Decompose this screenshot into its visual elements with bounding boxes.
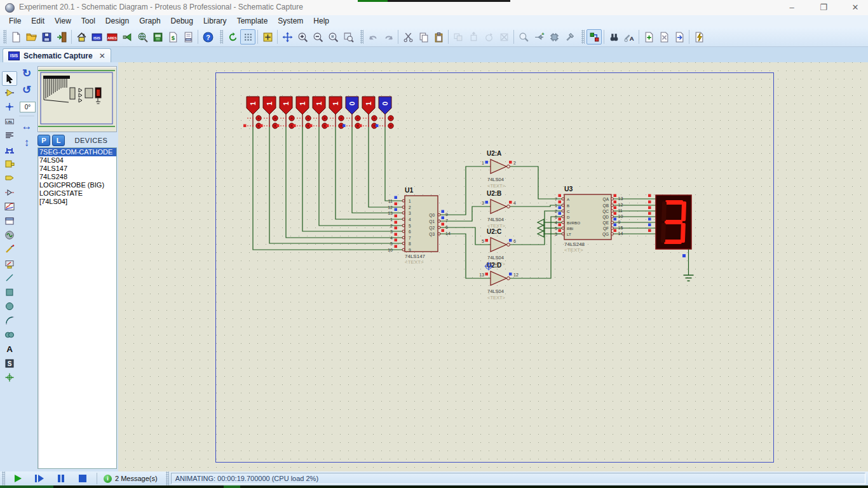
menu-graph[interactable]: Graph	[134, 15, 165, 27]
cleanup-icon[interactable]	[562, 29, 577, 44]
zoom-out-icon[interactable]	[310, 29, 325, 44]
popup-mode-icon[interactable]	[2, 214, 17, 228]
script-mode-icon[interactable]	[2, 128, 17, 143]
exit-sheet-icon[interactable]	[672, 29, 687, 44]
help-icon[interactable]: ?	[200, 29, 215, 44]
zoom-all-icon[interactable]	[325, 29, 341, 44]
component-mode-icon[interactable]	[2, 85, 17, 100]
bus-mode-icon[interactable]	[2, 142, 17, 157]
device-item[interactable]: [74LS04]	[38, 198, 116, 206]
graph-mode-icon[interactable]	[2, 200, 17, 214]
selection-mode-icon[interactable]	[2, 71, 17, 86]
schematic-drawing[interactable]: 111111010U174LS147<TEXT>1111221331425364…	[118, 62, 868, 471]
zoom-in-icon[interactable]	[295, 29, 310, 44]
tab-schematic-capture[interactable]: ISIS Schematic Capture ✕	[3, 48, 111, 62]
logic-state-3[interactable]: 1	[276, 97, 294, 128]
flip-vertical-icon[interactable]: ↕	[20, 136, 34, 150]
device-item[interactable]: 74LS04	[38, 156, 116, 165]
wire-logicstate-9[interactable]	[385, 127, 402, 201]
junction-mode-icon[interactable]	[2, 100, 17, 114]
pause-button[interactable]	[53, 473, 69, 484]
cut-icon[interactable]	[400, 29, 416, 44]
menu-design[interactable]: Design	[100, 15, 134, 27]
schematic-overview-pane[interactable]	[37, 66, 117, 132]
wire-inv3-u3[interactable]	[510, 217, 562, 278]
grid-toggle-icon[interactable]	[240, 29, 255, 44]
schematic-editor-canvas[interactable]: 111111010U174LS147<TEXT>1111221331425364…	[118, 62, 868, 471]
new-file-icon[interactable]	[8, 29, 24, 44]
pin-mode-icon[interactable]	[2, 185, 17, 200]
ares-icon[interactable]: ARES	[104, 29, 119, 44]
terminal-mode-icon[interactable]	[2, 171, 17, 186]
text-2d-icon[interactable]: A	[2, 342, 17, 356]
wire[interactable]	[510, 166, 562, 199]
bill-of-materials-icon[interactable]: $	[165, 29, 180, 44]
paste-icon[interactable]	[431, 29, 446, 44]
close-button[interactable]: ✕	[843, 0, 868, 15]
block-move-icon[interactable]	[466, 29, 481, 44]
copy-icon[interactable]	[416, 29, 431, 44]
logic-state-1[interactable]: 1	[243, 97, 261, 128]
rotate-anticlockwise-icon[interactable]: ↺	[20, 83, 34, 97]
wire-logicstate-7[interactable]	[352, 127, 402, 213]
logic-state-5[interactable]: 1	[309, 97, 327, 128]
box-2d-icon[interactable]	[2, 285, 17, 299]
marker-2d-icon[interactable]	[2, 370, 17, 384]
logic-state-6[interactable]: 1	[326, 97, 344, 128]
device-item[interactable]: 74LS147	[38, 165, 116, 173]
library-manager-button[interactable]: L	[52, 135, 65, 146]
remove-sheet-icon[interactable]	[656, 29, 672, 44]
menu-file[interactable]: File	[4, 15, 26, 27]
origin-icon[interactable]	[260, 29, 275, 44]
goto-component-icon[interactable]	[516, 29, 531, 44]
info-icon[interactable]: i	[104, 475, 112, 483]
circle-2d-icon[interactable]	[2, 299, 17, 313]
component-u2d[interactable]: U2:D74LS04<TEXT>1312	[479, 262, 519, 301]
home-icon[interactable]	[74, 29, 89, 44]
subcircuit-mode-icon[interactable]	[2, 156, 17, 171]
wire-inv0-u3[interactable]	[510, 166, 562, 199]
menu-help[interactable]: Help	[308, 15, 334, 27]
search-components-icon[interactable]	[606, 29, 621, 44]
save-file-icon[interactable]	[39, 29, 54, 44]
device-list[interactable]: 7SEG-COM-CATHODE74LS0474LS14774LS248LOGI…	[37, 147, 117, 469]
decompose-icon[interactable]	[546, 29, 562, 44]
stop-button[interactable]	[74, 473, 91, 484]
view-3d-icon[interactable]	[119, 29, 135, 44]
erc-icon[interactable]	[691, 29, 707, 44]
minimize-button[interactable]: –	[779, 0, 804, 15]
logic-state-9[interactable]: 0	[376, 97, 393, 128]
generator-mode-icon[interactable]	[2, 227, 17, 242]
menu-system[interactable]: System	[273, 15, 308, 27]
device-item[interactable]: LOGICSTATE	[38, 189, 116, 198]
voltage-probe-mode-icon[interactable]	[2, 242, 17, 257]
wire[interactable]	[439, 166, 491, 215]
isis-icon[interactable]: ISIS	[89, 29, 104, 44]
component-7seg-display[interactable]	[656, 195, 694, 281]
zoom-area-icon[interactable]	[341, 29, 356, 44]
design-explorer-icon[interactable]	[150, 29, 165, 44]
wire-q0[interactable]	[439, 166, 491, 215]
wire[interactable]	[510, 217, 562, 278]
component-u3[interactable]: U374LS248<TEXT>7A1B2C6D4BI/RBO5RBI3LTQA1…	[538, 185, 651, 253]
property-assignment-icon[interactable]: A	[621, 29, 637, 44]
rotate-clockwise-icon[interactable]: ↻	[20, 66, 34, 80]
arc-2d-icon[interactable]	[2, 313, 17, 328]
logic-state-8[interactable]: 1	[359, 97, 377, 128]
design-notes-icon[interactable]	[180, 29, 196, 44]
restore-button[interactable]: ❐	[811, 0, 836, 15]
wire[interactable]	[510, 205, 562, 207]
wire-autoroute-icon[interactable]	[587, 29, 602, 44]
symbol-2d-icon[interactable]: S	[2, 356, 17, 370]
block-rotate-icon[interactable]	[481, 29, 496, 44]
menu-debug[interactable]: Debug	[166, 15, 198, 27]
line-2d-icon[interactable]	[2, 271, 17, 285]
component-u2b[interactable]: U2:B74LS04<TEXT>34	[482, 190, 516, 229]
path-2d-icon[interactable]	[2, 327, 17, 342]
message-count[interactable]: 2 Message(s)	[115, 475, 158, 482]
tab-close-icon[interactable]: ✕	[99, 51, 105, 60]
block-copy-icon[interactable]	[451, 29, 466, 44]
play-button[interactable]	[10, 473, 26, 484]
label-mode-icon[interactable]: LBL	[2, 114, 17, 128]
menu-library[interactable]: Library	[198, 15, 232, 27]
